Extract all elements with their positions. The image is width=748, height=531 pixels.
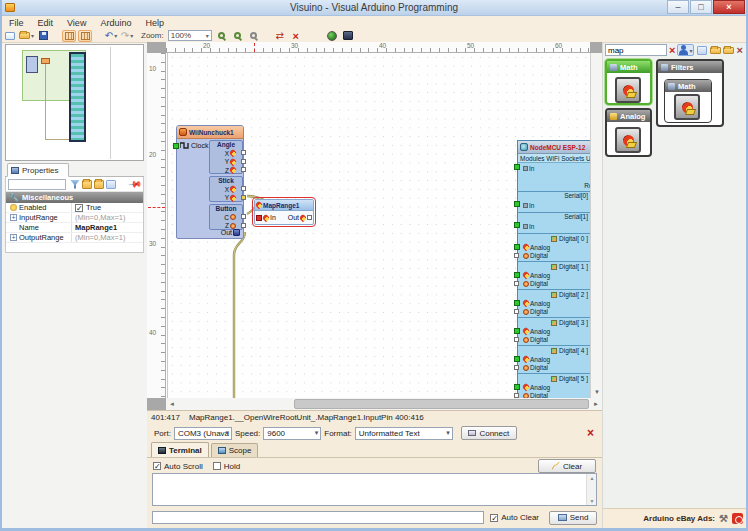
filter-funnel-icon[interactable] [70, 180, 80, 189]
in-pin-connector-highlight[interactable] [256, 215, 262, 221]
property-row-outputrange[interactable]: +OutputRange (Min=0,Max=1) [6, 233, 143, 243]
component-wiinunchuck[interactable]: WiiNunchuck1 Clock Angle X Y Z Stick X Y [176, 125, 244, 239]
scroll-left-arrow[interactable]: ◄ [166, 398, 178, 410]
digital5-analog-pin[interactable]: Analog [518, 383, 590, 392]
auto-scroll-checkbox[interactable]: ✓Auto Scroll [153, 462, 203, 471]
close-button[interactable]: × [713, 0, 745, 14]
pin-connector[interactable] [514, 281, 519, 286]
clear-search-icon[interactable]: × [669, 45, 675, 55]
tab-properties[interactable]: Properties [7, 163, 69, 177]
digital0-digital-pin[interactable]: Digital [518, 252, 590, 261]
category-math-header[interactable]: Math [607, 61, 650, 73]
save-project-button[interactable] [36, 30, 50, 42]
disconnect-x-icon[interactable]: × [587, 426, 594, 440]
pin-connector[interactable] [241, 214, 246, 219]
tab-scope[interactable]: Scope [211, 443, 259, 457]
maprange-component-button[interactable] [615, 77, 641, 103]
maprange-out-pin[interactable]: Out [288, 214, 312, 221]
property-row-name[interactable]: Name MapRange1 [6, 223, 143, 233]
category-filters[interactable]: Filters Math [656, 59, 724, 127]
delete-button[interactable]: × [289, 30, 303, 42]
pin-connector[interactable] [514, 253, 519, 258]
pin-angle-x[interactable]: X [210, 149, 242, 158]
ads-logo-icon[interactable] [732, 513, 743, 524]
digital4-digital-pin[interactable]: Digital [518, 364, 590, 373]
maximize-button[interactable]: □ [690, 0, 712, 14]
component-nodemcu[interactable]: NodeMCU ESP-12 Modules WiFi Sockets UD I… [517, 140, 590, 398]
menu-edit[interactable]: Edit [31, 18, 61, 28]
pin-connector-wired[interactable] [241, 195, 246, 200]
digital2-analog-pin[interactable]: Analog [518, 299, 590, 308]
expand-plus-icon[interactable]: + [10, 234, 17, 241]
clear-button[interactable]: Clear [538, 459, 596, 473]
new-component-button[interactable] [696, 46, 708, 55]
menu-view[interactable]: View [60, 18, 93, 28]
maprange-in-pin[interactable]: In [256, 214, 276, 221]
undo-button[interactable]: ↶▾ [104, 30, 118, 42]
properties-category-row[interactable]: 🔧 Miscellaneous [6, 192, 143, 203]
send-button[interactable]: Send [549, 511, 597, 525]
menu-file[interactable]: File [2, 18, 31, 28]
zoom-out-button[interactable] [231, 30, 245, 42]
scroll-track[interactable] [178, 398, 590, 410]
pin-angle-z[interactable]: Z [210, 166, 242, 175]
pin-connector[interactable] [514, 309, 519, 314]
pin-icon[interactable]: 📌 [128, 177, 143, 192]
pin-connector[interactable] [514, 393, 519, 398]
close-palette-icon[interactable]: × [736, 45, 742, 55]
pin-connector[interactable] [514, 222, 520, 228]
wiinunchuck-header[interactable]: WiiNunchuck1 [177, 126, 243, 139]
enabled-checkbox[interactable]: ✓ [75, 204, 83, 212]
tab-terminal[interactable]: Terminal [151, 442, 209, 457]
terminal-output[interactable]: ▲ ▼ [152, 473, 597, 506]
minimap[interactable] [5, 44, 144, 161]
nodemcu-header[interactable]: NodeMCU ESP-12 [518, 141, 590, 154]
pin-connector[interactable] [514, 300, 520, 306]
port-select[interactable]: COM3 (Unava [174, 427, 232, 440]
zoom-reset-button[interactable] [247, 30, 261, 42]
search-input[interactable] [605, 44, 667, 56]
minimize-button[interactable]: – [667, 0, 689, 14]
pin-connector[interactable] [241, 159, 246, 164]
ads-settings-icon[interactable]: ⚒ [719, 513, 728, 524]
pin-out[interactable]: Out [221, 229, 241, 236]
digital1-digital-pin[interactable]: Digital [518, 280, 590, 289]
horizontal-scrollbar[interactable]: ◄ ► [147, 398, 602, 410]
pin-connector[interactable] [514, 244, 520, 250]
digital3-digital-pin[interactable]: Digital [518, 336, 590, 345]
component-maprange[interactable]: MapRange1 In Out [254, 199, 314, 225]
collapse-categories-button[interactable] [723, 47, 734, 54]
arrange-view-button[interactable]: ▾ [677, 44, 694, 56]
pin-angle-y[interactable]: Y [210, 158, 242, 167]
open-project-button[interactable]: ▾ [19, 30, 34, 42]
pin-connector[interactable] [241, 167, 246, 172]
hold-checkbox[interactable]: Hold [213, 462, 240, 471]
vertical-scrollbar[interactable]: ▼ [590, 53, 602, 398]
toggle-grid-button[interactable] [78, 30, 92, 42]
category-filters-math[interactable]: Math [664, 79, 712, 123]
speed-select[interactable]: 9600 [263, 427, 321, 440]
pin-connector[interactable] [514, 384, 520, 390]
pin-stick-y[interactable]: Y [210, 194, 242, 203]
serial1-in-pin[interactable]: In [518, 221, 590, 232]
collapse-all-icon[interactable] [94, 180, 104, 189]
category-analog[interactable]: Analog [605, 108, 652, 157]
component-maprange-selection[interactable]: MapRange1 In Out [252, 197, 316, 227]
new-project-button[interactable] [3, 30, 17, 42]
toggle-panel-button[interactable] [62, 30, 76, 42]
digital3-analog-pin[interactable]: Analog [518, 327, 590, 336]
wire-out-down[interactable] [234, 232, 245, 398]
upload-arduino-button[interactable] [325, 30, 339, 42]
property-row-enabled[interactable]: Enabled ✓True [6, 203, 143, 213]
expand-all-icon[interactable] [82, 180, 92, 189]
clock-pin[interactable]: Clock [173, 142, 209, 149]
pin-connector[interactable] [514, 328, 520, 334]
pin-connector[interactable] [241, 186, 246, 191]
property-row-inputrange[interactable]: +InputRange (Min=0,Max=1) [6, 213, 143, 223]
pin-connector[interactable] [514, 164, 520, 170]
expand-categories-button[interactable] [710, 47, 721, 54]
serial0-in-pin[interactable]: In [518, 200, 590, 211]
category-filters-header[interactable]: Filters [658, 61, 722, 73]
help-button[interactable] [341, 30, 355, 42]
pin-connector[interactable] [241, 223, 246, 228]
